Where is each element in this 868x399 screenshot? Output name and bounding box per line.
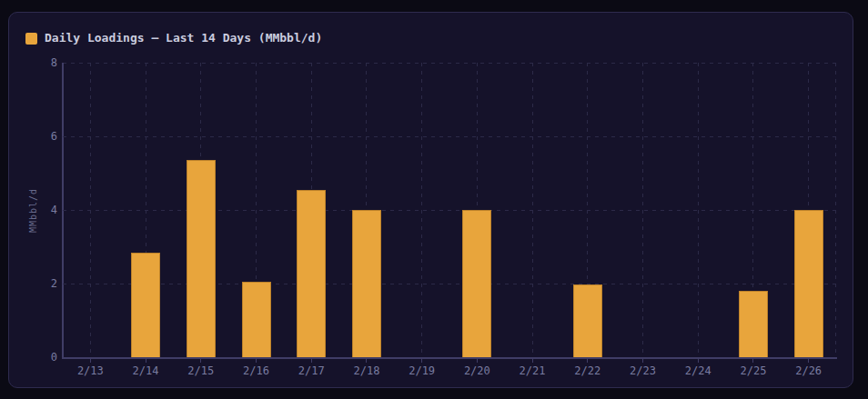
- x-tick-label: 2/14: [118, 364, 173, 377]
- x-tick-label: 2/20: [449, 364, 504, 377]
- x-gridline: [421, 63, 422, 357]
- x-tick-label: 2/23: [616, 364, 671, 377]
- x-tick-mark: [90, 359, 91, 363]
- x-gridline: [532, 63, 533, 357]
- x-tick-mark: [698, 359, 699, 363]
- x-tick-label: 2/16: [229, 364, 284, 377]
- legend-item[interactable]: Daily Loadings — Last 14 Days (MMbbl/d): [25, 32, 322, 45]
- y-tick-label: 6: [21, 131, 57, 142]
- x-gridline: [642, 63, 643, 357]
- x-tick-mark: [146, 359, 146, 363]
- x-gridline: [90, 63, 91, 357]
- x-tick-mark: [642, 359, 643, 363]
- x-tick-label: 2/25: [726, 364, 781, 377]
- bar-2-18[interactable]: [352, 210, 381, 357]
- page: Daily Loadings — Last 14 Days (MMbbl/d) …: [0, 0, 868, 399]
- x-axis-line: [62, 357, 837, 359]
- legend-label: Daily Loadings — Last 14 Days (MMbbl/d): [45, 32, 322, 45]
- bar-2-14[interactable]: [131, 253, 160, 357]
- x-tick-label: 2/19: [395, 364, 449, 377]
- y-gridline: [63, 284, 836, 284]
- x-tick-mark: [808, 359, 809, 363]
- x-tick-mark: [752, 359, 753, 363]
- x-tick-mark: [366, 359, 367, 363]
- y-tick-label: 8: [21, 57, 57, 68]
- x-tick-label: 2/18: [339, 364, 394, 377]
- x-tick-mark: [477, 359, 478, 363]
- plot-area: 024682/132/142/152/162/172/182/192/202/2…: [63, 63, 836, 357]
- x-tick-mark: [256, 359, 257, 363]
- bar-2-15[interactable]: [187, 160, 216, 357]
- legend-swatch-icon: [25, 33, 37, 45]
- x-tick-mark: [421, 359, 422, 363]
- bar-2-22[interactable]: [573, 284, 602, 357]
- bar-2-25[interactable]: [739, 291, 768, 357]
- bar-2-16[interactable]: [242, 282, 271, 357]
- y-gridline: [63, 136, 836, 137]
- x-tick-label: 2/17: [284, 364, 338, 377]
- bar-2-20[interactable]: [462, 210, 491, 357]
- y-tick-label: 0: [21, 352, 57, 363]
- x-tick-mark: [587, 359, 588, 363]
- x-tick-mark: [532, 359, 533, 363]
- x-gridline: [698, 63, 699, 357]
- y-tick-label: 4: [21, 204, 57, 215]
- x-tick-label: 2/15: [174, 364, 228, 377]
- bar-2-26[interactable]: [794, 210, 823, 357]
- x-tick-label: 2/21: [505, 364, 560, 377]
- chart-card: Daily Loadings — Last 14 Days (MMbbl/d) …: [8, 12, 853, 388]
- x-tick-mark: [200, 359, 201, 363]
- x-tick-label: 2/26: [782, 364, 836, 377]
- y-tick-label: 2: [21, 278, 57, 289]
- bar-2-17[interactable]: [297, 190, 326, 357]
- y-gridline: [63, 210, 836, 211]
- x-tick-label: 2/13: [63, 364, 117, 377]
- plot-border-top: [63, 63, 836, 64]
- x-tick-mark: [311, 359, 312, 363]
- x-tick-label: 2/24: [671, 364, 725, 377]
- x-tick-label: 2/22: [560, 364, 615, 377]
